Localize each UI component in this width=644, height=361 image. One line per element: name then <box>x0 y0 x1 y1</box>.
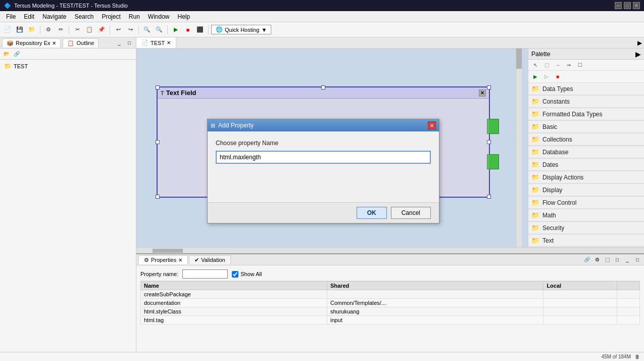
menu-edit[interactable]: Edit <box>20 12 38 21</box>
dialog-icon: ⊞ <box>211 122 215 129</box>
palette-cat-datatypes-header[interactable]: 📁 Data Types <box>528 83 644 95</box>
editor-canvas[interactable]: T Text Field ✕ <box>136 49 528 247</box>
cat-folder-icon: 📁 <box>531 85 539 93</box>
quick-hosting-button[interactable]: 🌐 Quick Hosting ▼ <box>211 25 271 34</box>
left-panel-minimize-btn[interactable]: _ <box>115 38 124 48</box>
title-bar-controls[interactable]: ─ □ ✕ <box>615 2 640 9</box>
palette-cat-collections-header[interactable]: 📁 Collections <box>528 133 644 146</box>
toolbar-btn-3[interactable]: ✏ <box>55 24 66 35</box>
resize-handle-topleft[interactable] <box>156 85 160 89</box>
palette-run2-icon[interactable]: ▷ <box>541 72 552 82</box>
palette-cat-formatteddata-header[interactable]: 📁 Formatted Data Types <box>528 108 644 120</box>
editor-tabs: 📄 TEST ✕ ▶ <box>136 37 644 49</box>
property-name-filter-input[interactable] <box>182 269 228 279</box>
toolbar-zoom-in-btn[interactable]: 🔍 <box>154 24 165 35</box>
prop-local-cell <box>543 290 617 299</box>
toolbar-zoom-out-btn[interactable]: 🔍 <box>141 24 153 35</box>
properties-tab-label: Properties <box>151 257 176 263</box>
toolbar-btn-2[interactable]: ⚙ <box>43 24 54 35</box>
prop-local-cell-4 <box>543 316 617 325</box>
palette-cat-displayactions-header[interactable]: 📁 Display Actions <box>528 171 644 184</box>
properties-tab-close[interactable]: ✕ <box>178 257 182 263</box>
vertical-scrollbar[interactable] <box>516 49 522 247</box>
palette-cat-database-header[interactable]: 📁 Database <box>528 146 644 158</box>
toolbar-new-btn[interactable]: 📄 <box>2 24 13 35</box>
bottom-panel-icon2[interactable]: ⚙ <box>592 255 602 264</box>
toolbar-copy-btn[interactable]: 📋 <box>84 24 95 35</box>
palette-box-tool[interactable]: ☐ <box>575 60 585 70</box>
expand-editor-icon[interactable]: ▶ <box>637 39 642 47</box>
property-name-input[interactable] <box>216 151 431 164</box>
toolbar-run-btn[interactable]: ▶ <box>170 24 181 35</box>
palette-cat-constants-header[interactable]: 📁 Constants <box>528 96 644 108</box>
col-header-extra <box>617 282 639 290</box>
palette-cat-display-header[interactable]: 📁 Display <box>528 184 644 196</box>
toolbar-open-btn[interactable]: 📁 <box>26 24 37 35</box>
toolbar-paste-btn[interactable]: 📌 <box>96 24 107 35</box>
palette-cat-math-header[interactable]: 📁 Math <box>528 209 644 221</box>
left-panel-tabs: 📦 Repository Ex ✕ 📋 Outline _ □ <box>0 37 136 49</box>
bottom-panel-icon4[interactable]: □ <box>613 255 622 264</box>
palette-cat-datatypes: 📁 Data Types <box>528 83 644 96</box>
menu-navigate[interactable]: Navigate <box>38 12 70 21</box>
bottom-panel-icon1[interactable]: 🔗 <box>582 255 591 264</box>
gc-button[interactable]: 🗑 <box>635 354 640 359</box>
table-row: html.tag input <box>141 316 640 325</box>
widget-close-button[interactable]: ✕ <box>479 89 486 97</box>
left-panel-maximize-btn[interactable]: □ <box>125 38 134 48</box>
show-all-checkbox[interactable] <box>232 271 238 278</box>
minimize-button[interactable]: ─ <box>615 2 622 9</box>
editor-tab-test[interactable]: 📄 TEST ✕ <box>136 37 176 48</box>
palette-stop-icon[interactable]: ■ <box>553 72 563 82</box>
outline-tab[interactable]: 📋 Outline <box>63 38 98 48</box>
toolbar-stop-btn[interactable]: ■ <box>182 24 193 35</box>
vscroll-thumb[interactable] <box>516 49 522 69</box>
repo-tab-close[interactable]: ✕ <box>52 40 56 46</box>
palette-move-tool[interactable]: ⇒ <box>564 60 574 70</box>
menu-window[interactable]: Window <box>144 12 174 21</box>
resize-handle-topcenter[interactable] <box>321 85 325 89</box>
toolbar-debug-btn[interactable]: ⬛ <box>194 24 206 35</box>
validation-tab[interactable]: ✔ Validation <box>189 255 231 264</box>
palette-expand-icon[interactable]: ▶ <box>635 50 641 58</box>
tree-item-test[interactable]: 📁 TEST <box>2 62 134 71</box>
ok-button[interactable]: OK <box>357 207 387 219</box>
bottom-panel-minimize[interactable]: _ <box>623 255 632 264</box>
palette-cat-constants: 📁 Constants <box>528 96 644 108</box>
palette-run-icon[interactable]: ▶ <box>530 72 540 82</box>
menu-project[interactable]: Project <box>97 12 124 21</box>
repository-tab[interactable]: 📦 Repository Ex ✕ <box>2 38 61 48</box>
palette-arrow-tool[interactable]: → <box>553 60 563 70</box>
menu-file[interactable]: File <box>2 12 20 21</box>
bottom-panel-icon3[interactable]: ⬚ <box>603 255 612 264</box>
properties-tab[interactable]: ⚙ Properties ✕ <box>138 255 188 264</box>
toolbar-sep-5 <box>167 25 168 34</box>
cancel-button[interactable]: Cancel <box>391 207 431 219</box>
menu-run[interactable]: Run <box>125 12 144 21</box>
toolbar-cut-btn[interactable]: ✂ <box>72 24 83 35</box>
palette-select-tool[interactable]: ⬚ <box>541 60 552 70</box>
hscroll-thumb[interactable] <box>153 249 183 253</box>
show-all-checkbox-container: Show All <box>232 271 262 278</box>
palette-cat-flowcontrol-header[interactable]: 📁 Flow Control <box>528 197 644 209</box>
maximize-button[interactable]: □ <box>624 2 631 9</box>
bottom-panel-maximize[interactable]: □ <box>633 255 642 264</box>
palette-cursor-tool[interactable]: ↖ <box>530 60 540 70</box>
toolbar-redo-btn[interactable]: ↪ <box>125 24 136 35</box>
collapse-all-btn[interactable]: 📂 <box>2 50 11 59</box>
text-field-widget[interactable]: T Text Field ✕ <box>157 86 490 198</box>
menu-search[interactable]: Search <box>70 12 97 21</box>
dialog-close-button[interactable]: ✕ <box>428 121 436 129</box>
toolbar-save-btn[interactable]: 💾 <box>14 24 25 35</box>
palette-cat-dates-header[interactable]: 📁 Dates <box>528 159 644 171</box>
toolbar-undo-btn[interactable]: ↩ <box>113 24 124 35</box>
palette-cat-text-header[interactable]: 📁 Text <box>528 235 644 247</box>
horizontal-scrollbar[interactable] <box>136 247 644 253</box>
resize-handle-topright[interactable] <box>487 85 491 89</box>
link-editor-btn[interactable]: 🔗 <box>12 50 21 59</box>
palette-cat-security-header[interactable]: 📁 Security <box>528 222 644 234</box>
palette-cat-basic-header[interactable]: 📁 Basic <box>528 121 644 133</box>
close-button[interactable]: ✕ <box>633 2 640 9</box>
menu-help[interactable]: Help <box>174 12 194 21</box>
editor-tab-close-icon[interactable]: ✕ <box>167 40 171 46</box>
